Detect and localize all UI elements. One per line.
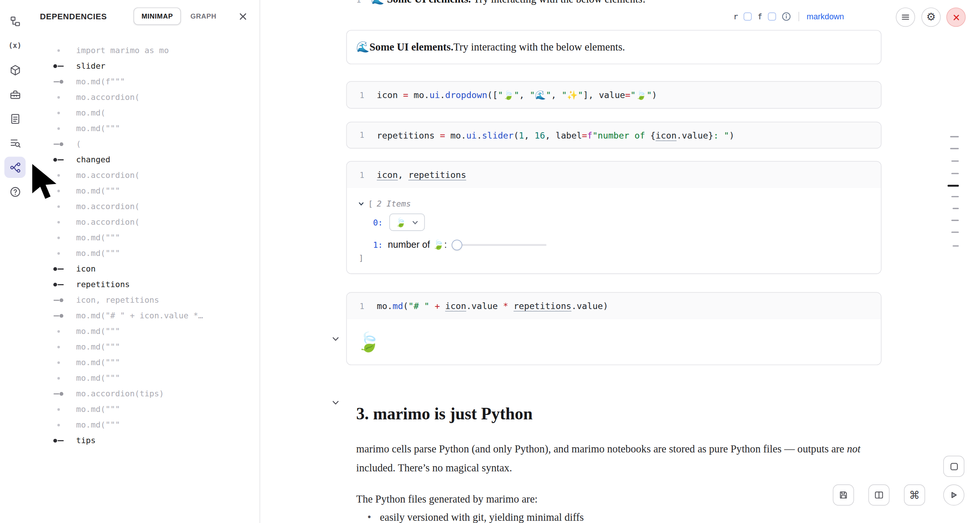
chevron-down-icon	[412, 219, 418, 225]
dependency-row-icon-slot	[51, 377, 66, 379]
minimap-cell-mark[interactable]	[951, 161, 959, 161]
minimap-cell-mark[interactable]	[951, 196, 959, 197]
dependency-row[interactable]: mo.md("""	[30, 323, 259, 339]
dependency-row[interactable]: mo.accordion(	[30, 89, 259, 105]
tree-collapse-icon[interactable]	[358, 201, 364, 207]
settings-button[interactable]: ⚙	[921, 8, 941, 27]
file-explorer-button[interactable]	[5, 11, 25, 32]
cell-ref-icon	[52, 297, 65, 303]
dependency-row-icon-slot	[51, 96, 66, 99]
dependencies-button[interactable]	[5, 157, 25, 178]
scratchpad-button[interactable]	[943, 456, 964, 477]
dependency-row[interactable]: mo.md("""	[30, 417, 259, 433]
dependency-row[interactable]: icon	[30, 261, 259, 276]
dependency-row[interactable]: mo.md("""	[30, 183, 259, 198]
dependency-row[interactable]: (	[30, 136, 259, 151]
logs-button[interactable]	[5, 132, 25, 153]
shortcuts-button[interactable]: ⌘	[904, 485, 925, 505]
dependency-row[interactable]: changed	[30, 151, 259, 167]
code-line[interactable]: icon = mo.ui.dropdown(["🍃", "🌊", "✨"], v…	[377, 90, 657, 100]
paragraph-text: marimo cells parse Python (and only Pyth…	[356, 443, 847, 455]
variable-def-icon	[52, 266, 65, 272]
dependency-row[interactable]: icon, repetitions	[30, 292, 259, 308]
icon-dropdown-select[interactable]: 🍃	[389, 214, 425, 231]
minimap-cell-mark[interactable]	[953, 208, 959, 209]
dependency-cell-label: (	[76, 139, 81, 148]
dependency-row[interactable]: tips	[30, 433, 259, 448]
code-token: (	[513, 130, 519, 140]
dependency-row[interactable]: mo.accordion(	[30, 167, 259, 183]
dependency-row-icon-slot	[51, 266, 66, 272]
language-mode-link[interactable]: markdown	[807, 11, 844, 21]
documentation-button[interactable]	[5, 108, 25, 129]
clipped-markdown-editor[interactable]: 1🌊 Some UI elements. Try interacting wit…	[346, 0, 883, 6]
dependency-row[interactable]: import marimo as mo	[30, 42, 259, 58]
snippets-button[interactable]: (x)	[5, 35, 25, 56]
dependency-row[interactable]: mo.md("""	[30, 120, 259, 136]
leaf-heading-output: 🍃	[347, 319, 881, 365]
dependency-row[interactable]: slider	[30, 58, 259, 73]
code-line[interactable]: repetitions = mo.ui.slider(1, 16, label=…	[377, 130, 734, 140]
run-all-button[interactable]	[943, 485, 964, 505]
dependency-row[interactable]: mo.md("""	[30, 339, 259, 355]
dependency-row[interactable]: mo.accordion(tips)	[30, 386, 259, 402]
close-panel-button[interactable]	[235, 8, 251, 24]
dependency-row[interactable]: mo.md("""	[30, 230, 259, 245]
section-paragraph: The Python files generated by marimo are…	[356, 490, 538, 509]
format-checkbox[interactable]	[768, 12, 776, 21]
dependency-row[interactable]: mo.md("# " + icon.value *…	[30, 308, 259, 323]
info-icon[interactable]	[782, 11, 791, 21]
code-token: .value	[677, 130, 708, 140]
close-icon	[239, 12, 247, 21]
dependency-cell-label: mo.accordion(tips)	[76, 389, 164, 398]
dependency-row[interactable]: repetitions	[30, 276, 259, 292]
layout-button[interactable]	[868, 485, 889, 505]
section-collapse-toggle[interactable]	[331, 397, 341, 408]
dependency-cell-label: mo.md("""	[76, 327, 120, 336]
output-collapse-toggle[interactable]	[331, 334, 341, 344]
minimap-cell-mark[interactable]	[951, 220, 959, 221]
dependency-cell-label: mo.md("""	[76, 405, 120, 414]
dependency-row[interactable]: mo.md("""	[30, 370, 259, 386]
toolbox-button[interactable]	[5, 84, 25, 105]
code-token	[435, 130, 440, 140]
tab-graph[interactable]: GRAPH	[182, 8, 224, 25]
code-line[interactable]: icon, repetitions	[377, 170, 466, 180]
minimap-cell-mark[interactable]	[951, 231, 959, 233]
dependency-row[interactable]: mo.md("""	[30, 355, 259, 370]
run-checkbox[interactable]	[743, 12, 752, 21]
dependency-row-icon-slot	[51, 236, 66, 239]
cell-dot-icon	[57, 96, 60, 99]
dependency-row-icon-slot	[51, 330, 66, 332]
minimap-cell-mark[interactable]	[950, 136, 959, 137]
code-token	[508, 301, 513, 311]
dependency-row[interactable]: mo.md(f"""	[30, 73, 259, 89]
cell-dot-icon	[57, 174, 60, 177]
save-button[interactable]	[833, 485, 854, 505]
slider-track[interactable]	[452, 244, 546, 246]
packages-button[interactable]	[5, 59, 25, 81]
code-token: 16	[535, 130, 545, 140]
minimap-cell-mark[interactable]	[950, 148, 959, 149]
dependency-row[interactable]: mo.md("""	[30, 402, 259, 417]
minimap-cell-mark[interactable]	[948, 185, 959, 187]
minimap-cell-mark[interactable]	[951, 173, 959, 174]
minimap-cell-mark[interactable]	[953, 245, 959, 246]
dependency-row[interactable]: mo.md(	[30, 105, 259, 120]
help-button[interactable]	[5, 181, 25, 202]
slider-knob[interactable]	[452, 239, 463, 250]
toolbar-divider	[799, 11, 799, 21]
slider-label: number of 🍃:	[388, 239, 447, 250]
md-output-bold: Some UI elements.	[369, 41, 453, 54]
notebook-menu-button[interactable]	[896, 8, 915, 27]
dependency-row[interactable]: mo.accordion(	[30, 214, 259, 230]
tab-minimap[interactable]: MINIMAP	[133, 8, 181, 25]
dependency-row[interactable]: mo.accordion(	[30, 198, 259, 214]
repetitions-slider[interactable]	[452, 239, 546, 250]
tree-close-bracket: ]	[359, 254, 363, 263]
code-line[interactable]: mo.md("# " + icon.value * repetitions.va…	[377, 301, 608, 311]
dependency-row[interactable]: mo.md("""	[30, 245, 259, 261]
dependency-cell-label: mo.md("""	[76, 233, 120, 242]
code-token: =	[625, 90, 630, 100]
package-cube-icon	[9, 64, 21, 76]
